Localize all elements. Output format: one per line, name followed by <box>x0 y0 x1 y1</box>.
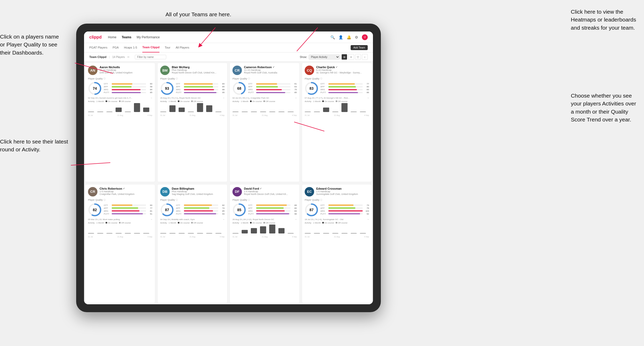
avatar: AN <box>88 66 97 75</box>
stat-row: PUTT 85 <box>248 91 297 94</box>
bell-icon[interactable]: 🔔 <box>347 35 351 39</box>
stat-row: PUTT 94 <box>176 213 225 215</box>
player-handicap: 11-15 Handicap <box>100 69 152 71</box>
view-filter-button[interactable]: ▽ <box>355 54 361 60</box>
player-name[interactable]: Dave Billingham <box>172 187 225 190</box>
stat-row: OTT 84 <box>176 83 225 85</box>
view-grid-button[interactable]: ⊞ <box>341 54 347 60</box>
stat-row: OTT 61 <box>248 83 297 85</box>
recent-round[interactable]: 04 Sep 23 | Mobility with coach, Gym → <box>160 218 225 221</box>
stat-bar <box>256 89 282 90</box>
player-card[interactable]: CR Cameron Robertson ✓ 11-15 Handicap Ro… <box>230 63 300 182</box>
stat-bar-container <box>112 210 146 211</box>
activity-label: Activity · 1 Month On course Off course <box>232 100 297 103</box>
recent-round[interactable]: 26 Aug 23 | 73 (+1), Royal North Devon G… <box>160 97 225 99</box>
stats-list: OTT 82 APP 74 ARG 85 PU <box>176 204 225 216</box>
stat-row: PUTT 96 <box>248 213 297 215</box>
stat-bar-container <box>328 207 363 209</box>
tab-hcaps[interactable]: Hcaps 1-5 <box>124 43 137 52</box>
stat-row: PUTT 95 <box>176 91 225 94</box>
quality-label[interactable]: Player Quality ⓘ <box>160 77 225 80</box>
card-header: DB Dave Billingham Plus Handicap Sag Mag… <box>160 187 225 196</box>
player-name[interactable]: Cameron Robertson ✓ <box>244 66 297 69</box>
recent-round[interactable]: 02 Jul 23 | 59 (+1), Craigmillar Park GC… <box>232 97 297 99</box>
player-club: Craigmillar Park, United Kingdom <box>100 193 152 195</box>
quality-score-circle[interactable]: 87 <box>305 203 318 217</box>
player-card[interactable]: EC Edward Crossman 1-5 Handicap Sunningd… <box>302 184 372 304</box>
quality-row: 82 OTT 60 APP 77 ARG <box>88 203 152 217</box>
avatar-icon[interactable]: U <box>362 34 368 40</box>
player-handicap: Plus Handicap <box>172 190 225 193</box>
quality-label[interactable]: Player Quality ⓘ <box>232 77 297 80</box>
svg-rect-20 <box>232 112 238 112</box>
stat-bar-container <box>112 207 146 209</box>
quality-score-circle[interactable]: 68 <box>232 82 246 95</box>
player-card[interactable]: CQ Charlie Quick ✓ 6-10 Handicap St. Geo… <box>302 63 372 182</box>
player-name[interactable]: Chris Robertson ✓ <box>100 187 152 190</box>
stat-label: OTT <box>176 83 183 85</box>
nav-link-home[interactable]: Home <box>108 35 116 39</box>
stat-bar-container <box>328 92 363 93</box>
player-card[interactable]: CR Chris Robertson ✓ 1-5 Handicap Craigm… <box>85 184 155 304</box>
stat-value: 63 <box>292 86 297 88</box>
stat-value: 58 <box>147 86 152 88</box>
stat-label: PUTT <box>176 91 183 94</box>
stat-label: PUTT <box>248 213 255 215</box>
quality-score-circle[interactable]: 74 <box>88 82 102 95</box>
quality-score-circle[interactable]: 83 <box>305 82 318 95</box>
search-input[interactable] <box>135 55 166 59</box>
stat-label: PUTT <box>320 213 327 215</box>
view-table-button[interactable]: ≡ <box>348 54 354 60</box>
profile-icon[interactable]: 👤 <box>339 35 343 39</box>
stat-bar-container <box>184 83 218 84</box>
stat-value: 85 <box>292 91 297 94</box>
player-card[interactable]: DF David Ford ✓ 1-5 Handicap Royal North… <box>230 184 300 304</box>
tab-tour[interactable]: Tour <box>165 43 170 52</box>
player-card[interactable]: AN Aaron Nicholls 11-15 Handicap Drift G… <box>85 63 155 182</box>
quality-label[interactable]: Player Quality ⓘ <box>160 199 225 201</box>
stat-bar <box>184 205 212 206</box>
recent-round[interactable]: 07 Aug 23 | 77 (+7), St George's Hill GC… <box>305 97 369 99</box>
annotation-right-bottom: Choose whether you seeyour players Activ… <box>571 92 636 124</box>
quality-label[interactable]: Player Quality ⓘ <box>88 199 152 201</box>
quality-label[interactable]: Player Quality ⓘ <box>305 77 369 80</box>
stat-value: 74 <box>219 207 225 209</box>
add-team-button[interactable]: Add Team <box>351 45 368 50</box>
quality-score-circle[interactable]: 87 <box>160 203 174 217</box>
svg-rect-62 <box>288 233 294 233</box>
quality-score-circle[interactable]: 82 <box>88 203 102 217</box>
quality-label[interactable]: Player Quality ⓘ <box>305 199 369 201</box>
nav-link-performance[interactable]: My Performance <box>137 35 160 39</box>
quality-label[interactable]: Player Quality ⓘ <box>88 77 152 80</box>
quality-score-circle[interactable]: 93 <box>160 82 174 95</box>
recent-round[interactable]: 05 Mar 23 | 19, Must make putting → <box>88 218 152 221</box>
tab-team-clippd[interactable]: Team Clippd <box>142 43 159 52</box>
player-name[interactable]: Blair McHarg <box>172 66 225 69</box>
show-select[interactable]: Player Activity Quality Score Trend <box>309 55 340 60</box>
tab-all-players[interactable]: All Players <box>176 43 189 52</box>
stat-value: 94 <box>219 213 225 215</box>
player-card[interactable]: DB Dave Billingham Plus Handicap Sag Mag… <box>157 184 227 304</box>
view-sort-button[interactable]: ↕ <box>362 54 368 60</box>
quality-score-circle[interactable]: 85 <box>232 203 246 217</box>
svg-rect-14 <box>188 112 194 112</box>
player-name[interactable]: Edward Crossman <box>316 187 369 190</box>
tab-pga[interactable]: PGA <box>113 43 119 52</box>
tab-pgat[interactable]: PGAT Players <box>89 43 107 52</box>
player-card[interactable]: BM Blair McHarg Plus Handicap Royal Nort… <box>157 63 227 182</box>
stat-bar <box>112 205 132 206</box>
player-name[interactable]: David Ford ✓ <box>244 187 297 190</box>
nav-link-teams[interactable]: Teams <box>122 35 131 39</box>
stat-label: APP <box>104 86 111 88</box>
recent-round[interactable]: 18 Jul 23 | 74 (+4), Sunningdale GC - Ol… <box>305 218 369 221</box>
quality-label[interactable]: Player Quality ⓘ <box>232 199 297 201</box>
stat-bar <box>256 213 289 214</box>
stats-list: OTT 89 APP 80 ARG 83 PU <box>248 204 297 216</box>
legend-off-course: Off course <box>119 222 131 224</box>
recent-round[interactable]: 02 Sep 23 | Sunset round to get back int… <box>88 97 152 99</box>
player-name[interactable]: Aaron Nicholls <box>100 66 152 69</box>
search-icon[interactable]: 🔍 <box>330 35 335 39</box>
player-name[interactable]: Charlie Quick ✓ <box>316 66 369 69</box>
settings-icon[interactable]: ⚙ <box>355 35 358 39</box>
recent-round[interactable]: 26 Aug 23 | 84 (+12), Royal North Devon … <box>232 218 297 221</box>
